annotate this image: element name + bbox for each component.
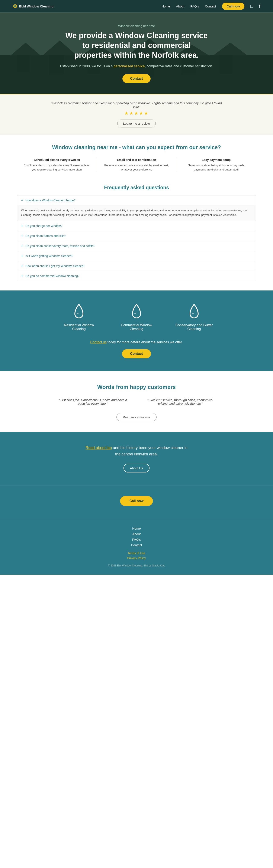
faq-question-text-6: Do you do commercial window cleaning?: [25, 274, 80, 278]
faq-plus-icon-0: +: [21, 198, 23, 203]
hero-subtitle: Window cleaning near me: [118, 24, 155, 28]
hero-highlight: personalised service: [114, 64, 145, 68]
logo-text: ELM Window Cleaning: [19, 4, 54, 8]
hero-content-wrap: Window cleaning near me We provide a Win…: [0, 12, 273, 94]
faq-section: Frequently asked questions + How does a …: [0, 178, 273, 290]
hero-section: Window cleaning near me We provide a Win…: [0, 12, 273, 94]
hero-contact-button[interactable]: Contact: [122, 74, 151, 83]
footer-terms-link[interactable]: Terms of Use: [128, 552, 145, 555]
faq-plus-icon-3: +: [21, 244, 23, 248]
faq-answer-0: When we visit, cost is calculated purely…: [17, 205, 256, 221]
leaf-icon: [13, 4, 18, 8]
hero-desc-after: , competitive rates and customer satisfa…: [145, 64, 213, 68]
leave-review-button[interactable]: Leave me a review: [117, 120, 156, 127]
navbar-links: Home About FAQ's Contact Call now □ f: [161, 3, 260, 10]
nav-home[interactable]: Home: [161, 4, 170, 8]
faq-item-4: + Is it worth getting windows cleaned?: [17, 251, 256, 261]
faq-question-1[interactable]: + Do you charge per window?: [17, 221, 256, 231]
footer-privacy-link[interactable]: Privacy Policy: [127, 556, 146, 560]
faq-plus-icon-5: +: [21, 264, 23, 268]
faq-item-0: + How does a Window Cleaner charge? When…: [17, 195, 256, 221]
feature-email-title: Email and text confirmation: [103, 158, 171, 161]
drop-icon-residential: [71, 303, 87, 320]
navbar: ELM Window Cleaning Home About FAQ's Con…: [0, 0, 273, 12]
nav-faqs[interactable]: FAQ's: [190, 4, 199, 8]
services-contact-button[interactable]: Contact: [122, 349, 151, 358]
instagram-icon[interactable]: □: [250, 4, 253, 9]
faq-plus-icon-6: +: [21, 274, 23, 278]
faq-question-5[interactable]: + How often should I get my windows clea…: [17, 261, 256, 271]
testimonial-banner: "First class customer service and except…: [0, 94, 273, 134]
services-contact-us-link[interactable]: Contact us: [90, 340, 107, 344]
feature-payment: Easy payment setup Never worry about bei…: [176, 158, 256, 172]
about-text: Read about Ian and his history been your…: [85, 445, 188, 457]
feature-email: Email and text confirmation Receive adva…: [97, 158, 177, 172]
footer-link-home[interactable]: Home: [132, 527, 141, 530]
footer-link-about[interactable]: About: [132, 532, 141, 536]
faq-item-5: + How often should I get my windows clea…: [17, 261, 256, 271]
footer-link-contact[interactable]: Contact: [131, 543, 142, 547]
faq-question-3[interactable]: + Do you clean conservatory roofs, fasci…: [17, 241, 256, 251]
features-grid: Scheduled cleans every 5 weeks You'll be…: [17, 158, 256, 172]
footer-legal-links: Terms of Use Privacy Policy: [17, 552, 256, 560]
services-section: Residential Window Cleaning Commercial W…: [0, 290, 273, 371]
faq-question-text-3: Do you clean conservatory roofs, fascias…: [25, 244, 95, 248]
faq-question-2[interactable]: + Do you clean frames and sills?: [17, 231, 256, 241]
drop-icon-conservatory: [186, 303, 202, 320]
nav-about[interactable]: About: [176, 4, 184, 8]
about-ian-link[interactable]: Read about Ian: [86, 445, 112, 450]
service-card-residential: Residential Window Cleaning: [60, 303, 98, 331]
faq-item-6: + Do you do commercial window cleaning?: [17, 271, 256, 281]
feature-payment-title: Easy payment setup: [182, 158, 250, 161]
faq-question-text-5: How often should I get my windows cleane…: [25, 264, 85, 268]
feature-scheduled: Scheduled cleans every 5 weeks You'll be…: [17, 158, 97, 172]
drop-icon-commercial: [129, 303, 144, 320]
footer-nav-links: Home About FAQ's Contact: [17, 527, 256, 547]
faq-question-0[interactable]: + How does a Window Cleaner charge?: [17, 195, 256, 205]
testimonial-stars: ★★★★★: [51, 111, 222, 116]
faq-question-text-2: Do you clean frames and sills?: [25, 234, 66, 238]
faq-item-2: + Do you clean frames and sills?: [17, 231, 256, 241]
svg-point-18: [134, 313, 136, 314]
service-residential-label: Residential Window Cleaning: [60, 323, 98, 331]
cta-callnow-button[interactable]: Call now: [120, 496, 153, 506]
svg-point-19: [192, 313, 194, 314]
faq-question-text-0: How does a Window Cleaner charge?: [25, 198, 75, 202]
services-grid: Residential Window Cleaning Commercial W…: [17, 303, 256, 331]
feature-scheduled-desc: You'll be added to my calendar every 5 w…: [23, 163, 91, 172]
reviews-section: Words from happy customers "First class …: [0, 371, 273, 432]
about-us-button[interactable]: About Us: [123, 464, 150, 472]
service-conservatory-label: Conservatory and Gutter Cleaning: [175, 323, 213, 331]
reviews-heading: Words from happy customers: [17, 384, 256, 391]
navbar-callnow-button[interactable]: Call now: [222, 3, 245, 10]
footer: Home About FAQ's Contact Terms of Use Pr…: [0, 519, 273, 575]
faq-item-1: + Do you charge per window?: [17, 221, 256, 231]
faq-item-3: + Do you clean conservatory roofs, fasci…: [17, 241, 256, 251]
hero-desc-before: Established in 2008, we focus on a: [60, 64, 114, 68]
feature-payment-desc: Never worry about being at home to pay c…: [182, 163, 250, 172]
faq-plus-icon-4: +: [21, 254, 23, 258]
nav-contact[interactable]: Contact: [205, 4, 216, 8]
facebook-icon[interactable]: f: [259, 4, 260, 9]
review-card-1: "Excellent service, thorough finish, eco…: [145, 398, 215, 405]
reviews-grid: "First class job. Conscientious, polite …: [17, 398, 256, 405]
feature-scheduled-title: Scheduled cleans every 5 weeks: [23, 158, 91, 161]
review-card-0: "First class job. Conscientious, polite …: [58, 398, 128, 405]
cta-section: Call now: [0, 485, 273, 519]
services-cta-after: today for more details about the service…: [107, 340, 183, 344]
footer-link-faqs[interactable]: FAQ's: [132, 538, 141, 541]
faq-question-text-1: Do you charge per window?: [25, 224, 62, 227]
faq-question-6[interactable]: + Do you do commercial window cleaning?: [17, 271, 256, 281]
service-card-commercial: Commercial Window Cleaning: [117, 303, 156, 331]
faq-question-text-4: Is it worth getting windows cleaned?: [25, 254, 73, 258]
read-reviews-button[interactable]: Read more reviews: [117, 413, 156, 421]
about-text-after: and his history been your window cleaner…: [112, 445, 187, 456]
faq-question-4[interactable]: + Is it worth getting windows cleaned?: [17, 251, 256, 261]
feature-email-desc: Receive advanced notice of my visit by e…: [103, 163, 171, 172]
hero-description: Established in 2008, we focus on a perso…: [60, 64, 213, 68]
services-info-section: Window cleaning near me - what can you e…: [0, 134, 273, 178]
about-section: Read about Ian and his history been your…: [0, 432, 273, 485]
service-card-conservatory: Conservatory and Gutter Cleaning: [175, 303, 213, 331]
hero-title: We provide a Window Cleaning service to …: [64, 31, 209, 60]
svg-point-17: [77, 313, 79, 314]
